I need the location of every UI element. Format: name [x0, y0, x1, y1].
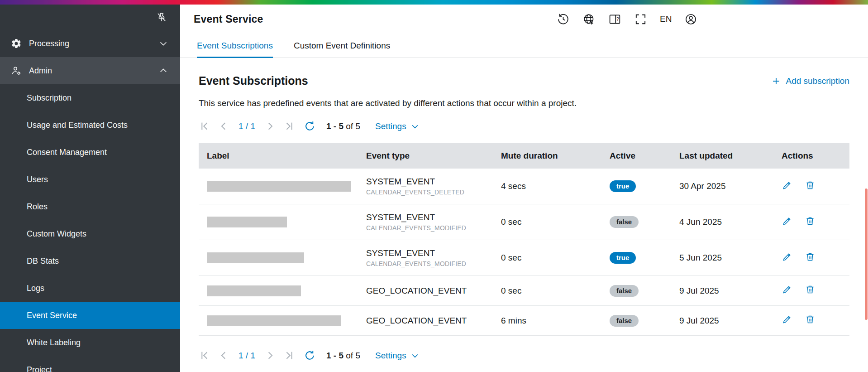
sidebar-item-label: Processing [29, 39, 151, 48]
prev-page-icon[interactable] [218, 349, 230, 362]
sidebar-item-event-service[interactable]: Event Service [0, 302, 180, 329]
subscriptions-table: LabelEvent typeMute durationActiveLast u… [199, 143, 849, 336]
column-header: Label [199, 143, 358, 169]
column-header: Last updated [671, 143, 773, 169]
label-redacted-block [207, 285, 301, 296]
first-page-icon[interactable] [199, 349, 211, 362]
label-redacted-block [207, 181, 351, 192]
last-updated: 30 Apr 2025 [671, 169, 773, 204]
tab-custom-event-definitions[interactable]: Custom Event Definitions [294, 34, 390, 58]
pagination-bottom: 1 / 1 1 - 5 of 5 Settings [199, 349, 849, 362]
scrollbar-thumb[interactable] [865, 188, 868, 320]
mute-duration: 0 sec [493, 240, 601, 276]
active-badge: true [610, 252, 636, 264]
help-panel-icon[interactable]: ? [608, 13, 621, 26]
first-page-icon[interactable] [199, 120, 211, 132]
next-page-icon[interactable] [264, 349, 276, 362]
active-badge: false [610, 315, 639, 327]
delete-icon[interactable] [805, 216, 816, 227]
unpin-sidebar-icon[interactable] [156, 11, 167, 23]
sidebar-item-subscription[interactable]: Subscription [0, 84, 180, 111]
page-indicator: 1 / 1 [238, 121, 255, 131]
last-updated: 9 Jul 2025 [671, 306, 773, 336]
active-badge: true [610, 180, 636, 192]
last-page-icon[interactable] [283, 120, 295, 132]
last-page-icon[interactable] [283, 349, 295, 362]
edit-icon[interactable] [782, 216, 792, 227]
settings-label: Settings [375, 121, 406, 131]
mute-duration: 6 mins [493, 306, 601, 336]
event-type: SYSTEM_EVENT [366, 177, 485, 187]
event-type: GEO_LOCATION_EVENT [366, 316, 485, 326]
page-title: Event Service [194, 13, 263, 25]
sidebar: Processing Admin SubscriptionUsage and E… [0, 5, 180, 372]
event-type: SYSTEM_EVENT [366, 213, 485, 222]
content: Event Subscriptions Add subscription Thi… [199, 74, 849, 362]
sidebar-item-users[interactable]: Users [0, 166, 180, 193]
sidebar-item-project[interactable]: Project [0, 356, 180, 372]
sidebar-item-white-labeling[interactable]: White Labeling [0, 329, 180, 356]
add-subscription-button[interactable]: Add subscription [771, 76, 849, 87]
main-area: Event Service ? [180, 5, 868, 372]
sidebar-item-processing[interactable]: Processing [0, 30, 180, 57]
prev-page-icon[interactable] [218, 120, 230, 132]
delete-icon[interactable] [805, 284, 816, 295]
sidebar-item-custom-widgets[interactable]: Custom Widgets [0, 220, 180, 247]
fullscreen-icon[interactable] [634, 13, 647, 26]
label-redacted-block [207, 315, 341, 326]
user-account-icon[interactable] [684, 13, 697, 26]
refresh-icon[interactable] [304, 349, 316, 362]
delete-icon[interactable] [805, 180, 816, 191]
last-updated: 4 Jun 2025 [671, 204, 773, 240]
edit-icon[interactable] [782, 284, 792, 295]
range-bold: 1 - 5 [326, 351, 343, 360]
active-badge: false [610, 216, 639, 228]
result-range: 1 - 5 of 5 [326, 121, 360, 131]
sidebar-item-consent-management[interactable]: Consent Management [0, 139, 180, 166]
sidebar-item-roles[interactable]: Roles [0, 193, 180, 220]
range-rest: of 5 [346, 351, 360, 360]
settings-dropdown[interactable]: Settings [375, 121, 420, 131]
tab-label: Custom Event Definitions [294, 41, 390, 51]
section-description: This service has predefined events that … [199, 98, 849, 108]
table-body: SYSTEM_EVENT CALENDAR_EVENTS_DELETED 4 s… [199, 169, 849, 336]
event-subtype: CALENDAR_EVENTS_MODIFIED [366, 224, 485, 232]
next-page-icon[interactable] [264, 120, 276, 132]
chevron-down-icon [158, 39, 168, 48]
tab-bar: Event Subscriptions Custom Event Definit… [180, 34, 868, 58]
settings-dropdown[interactable]: Settings [375, 351, 420, 361]
delete-icon[interactable] [805, 314, 816, 325]
event-subtype: CALENDAR_EVENTS_DELETED [366, 188, 485, 196]
table-row: GEO_LOCATION_EVENT 0 sec false 9 Jul 202… [199, 276, 849, 306]
event-type: GEO_LOCATION_EVENT [366, 286, 485, 296]
table-header-row: LabelEvent typeMute durationActiveLast u… [199, 143, 849, 169]
edit-icon[interactable] [782, 314, 792, 325]
app-header: Event Service ? [180, 5, 868, 34]
sidebar-item-usage-and-estimated-costs[interactable]: Usage and Estimated Costs [0, 111, 180, 139]
mute-duration: 4 secs [493, 169, 601, 204]
tab-label: Event Subscriptions [197, 41, 273, 51]
globe-icon[interactable] [582, 13, 596, 26]
history-icon[interactable] [557, 13, 570, 26]
sidebar-item-logs[interactable]: Logs [0, 275, 180, 302]
settings-label: Settings [375, 351, 406, 361]
sidebar-item-admin[interactable]: Admin [0, 57, 180, 84]
chevron-up-icon [158, 66, 168, 76]
mute-duration: 0 sec [493, 204, 601, 240]
event-subtype: CALENDAR_EVENTS_MODIFIED [366, 260, 485, 267]
page: Processing Admin SubscriptionUsage and E… [0, 0, 868, 372]
sidebar-item-db-stats[interactable]: DB Stats [0, 247, 180, 275]
tab-event-subscriptions[interactable]: Event Subscriptions [197, 34, 273, 58]
brand-supergraphic [0, 0, 868, 5]
label-redacted-block [207, 217, 287, 227]
edit-icon[interactable] [782, 180, 792, 191]
column-header: Event type [358, 143, 493, 169]
sidebar-item-label: Admin [29, 66, 151, 76]
edit-icon[interactable] [782, 251, 792, 262]
refresh-icon[interactable] [304, 120, 316, 132]
label-redacted-block [207, 252, 304, 263]
svg-text:?: ? [616, 16, 619, 21]
delete-icon[interactable] [805, 251, 816, 262]
language-selector[interactable]: EN [660, 14, 672, 24]
last-updated: 9 Jul 2025 [671, 276, 773, 306]
